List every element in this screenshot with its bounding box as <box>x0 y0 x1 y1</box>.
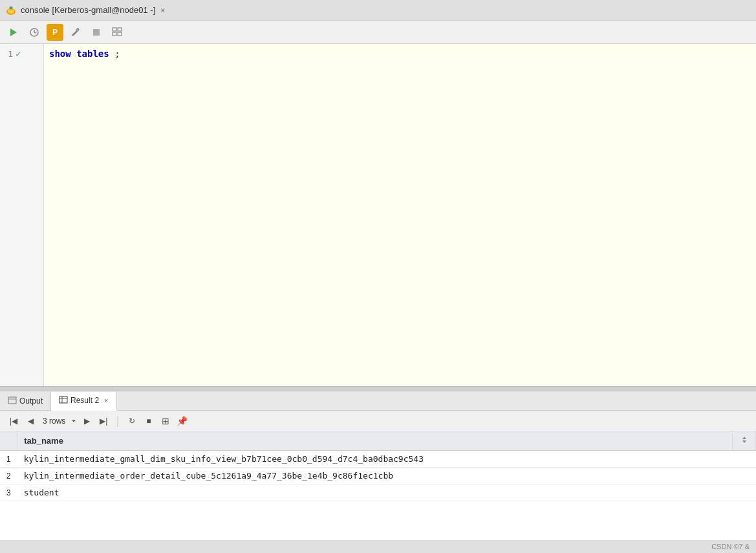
output-tab[interactable]: Output <box>0 391 51 410</box>
app-icon <box>5 5 17 16</box>
history-button[interactable] <box>26 24 43 41</box>
line-numbers: 1 ✓ <box>0 44 44 386</box>
sort-header[interactable] <box>733 431 756 451</box>
results-table-wrap: tab_name 1 kylin_intermediate_gmall_dim_… <box>0 431 756 540</box>
keyword-show-tables: show tables <box>49 49 109 59</box>
result2-tab-close[interactable]: × <box>104 396 108 404</box>
results-table: tab_name 1 kylin_intermediate_gmall_dim_… <box>0 431 756 501</box>
title-bar: console [Kerberos-gmall@node01 -] × <box>0 0 756 21</box>
row-num-1: 1 <box>0 451 17 468</box>
tab-name-cell-3: student <box>17 484 733 501</box>
cancel-button[interactable]: ■ <box>142 414 156 428</box>
svg-marker-4 <box>10 28 17 36</box>
pagination-bar: |◀ ◀ 3 rows ▶ ▶| | ↻ ■ ⊞ 📌 <box>0 411 756 431</box>
output-tab-icon <box>8 396 17 406</box>
tab-name-cell-1: kylin_intermediate_gmall_dim_sku_info_vi… <box>17 451 733 468</box>
line-number-1: 1 ✓ <box>0 47 43 61</box>
tab-name-header: tab_name <box>17 431 733 451</box>
row-num-3: 3 <box>0 484 17 501</box>
code-semicolon: ; <box>109 49 120 59</box>
svg-line-7 <box>34 32 36 33</box>
svg-rect-9 <box>93 29 100 36</box>
next-page-button[interactable]: ▶ <box>80 414 94 428</box>
table-row: 1 kylin_intermediate_gmall_dim_sku_info_… <box>0 451 756 468</box>
panel-divider <box>0 386 756 391</box>
pin-button[interactable]: 📌 <box>175 414 189 428</box>
svg-rect-16 <box>59 396 67 403</box>
profile-icon: P <box>52 28 58 37</box>
clock-icon <box>29 27 39 38</box>
line-check-1: ✓ <box>16 49 21 59</box>
row-2-sort-cell <box>733 468 756 484</box>
prev-page-button[interactable]: ◀ <box>23 414 38 428</box>
row-num-header <box>0 431 17 451</box>
play-icon <box>8 27 19 38</box>
grid-icon <box>112 27 122 38</box>
svg-rect-11 <box>118 28 122 31</box>
svg-marker-19 <box>72 420 76 422</box>
profile-button[interactable]: P <box>47 24 63 41</box>
svg-point-3 <box>10 6 12 9</box>
tabs-bar: Output Result 2 × <box>0 391 756 411</box>
sort-icon <box>740 435 749 444</box>
row-num-2: 2 <box>0 468 17 484</box>
editor-content[interactable]: show tables ; <box>44 44 756 386</box>
svg-marker-21 <box>742 440 746 443</box>
editor-area: 1 ✓ show tables ; <box>0 44 756 386</box>
svg-point-8 <box>78 28 80 30</box>
last-page-button[interactable]: ▶| <box>96 414 111 428</box>
stop-button[interactable] <box>88 24 105 41</box>
pag-sep1: | <box>114 415 121 427</box>
first-page-button[interactable]: |◀ <box>6 414 21 428</box>
refresh-button[interactable]: ↻ <box>125 414 139 428</box>
svg-marker-20 <box>742 437 746 439</box>
table-header-row: tab_name <box>0 431 756 451</box>
rows-dropdown-icon[interactable] <box>70 418 77 424</box>
row-3-sort-cell <box>733 484 756 501</box>
result2-tab[interactable]: Result 2 × <box>51 392 116 411</box>
stop-icon <box>92 28 101 37</box>
title-bar-close-button[interactable]: × <box>160 6 165 15</box>
run-button[interactable] <box>5 24 22 41</box>
output-tab-label: Output <box>19 396 43 406</box>
result2-tab-label: Result 2 <box>70 396 99 405</box>
code-line-1: show tables ; <box>49 47 751 61</box>
rows-count: 3 rows <box>43 417 65 426</box>
footer: CSDN ©7 & <box>0 540 756 553</box>
wrench-button[interactable] <box>67 24 84 41</box>
tab-name-cell-2: kylin_intermediate_order_detail_cube_5c1… <box>17 468 733 484</box>
table-row: 3 student <box>0 484 756 501</box>
toolbar: P <box>0 21 756 44</box>
svg-rect-12 <box>113 32 116 36</box>
bottom-panel: Output Result 2 × |◀ ◀ 3 rows ▶ ▶| | ↻ ■… <box>0 391 756 540</box>
grid-button[interactable] <box>109 24 125 41</box>
line-num-1: 1 <box>4 49 13 59</box>
svg-rect-10 <box>113 28 116 31</box>
split-button[interactable]: ⊞ <box>158 414 173 428</box>
svg-rect-13 <box>118 32 122 36</box>
result2-tab-icon <box>59 396 68 405</box>
footer-text: CSDN ©7 & <box>711 543 750 550</box>
svg-rect-14 <box>8 397 16 404</box>
row-1-sort-cell <box>733 451 756 468</box>
title-bar-text: console [Kerberos-gmall@node01 -] <box>21 5 155 15</box>
table-row: 2 kylin_intermediate_order_detail_cube_5… <box>0 468 756 484</box>
wrench-icon <box>70 27 81 38</box>
